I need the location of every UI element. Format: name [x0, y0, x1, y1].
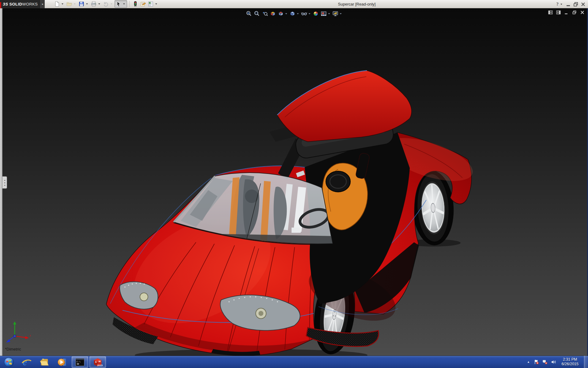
save-dropdown[interactable] — [86, 3, 88, 5]
undo-button — [102, 0, 114, 8]
minimize-app-button[interactable] — [565, 1, 571, 7]
comment-note-icon — [140, 1, 146, 7]
section-view-icon — [270, 10, 276, 17]
print-button[interactable] — [90, 0, 102, 8]
pane-left-icon — [548, 10, 553, 15]
solidworks-2015-taskbar-button[interactable]: SW2015 — [89, 356, 106, 368]
section-view-button[interactable] — [270, 10, 277, 17]
expand-panel-tab[interactable]: ◂ ◂ ◂ — [2, 176, 7, 189]
previous-view-button[interactable] — [262, 10, 269, 17]
select-cursor-icon — [115, 1, 122, 7]
print-dropdown[interactable] — [98, 3, 100, 5]
close-app-button[interactable] — [580, 1, 586, 7]
save-button[interactable] — [78, 0, 90, 8]
tray-icons — [533, 359, 556, 365]
help-dropdown[interactable] — [560, 4, 562, 5]
open-dropdown[interactable] — [74, 3, 76, 5]
help-button[interactable]: ? — [556, 2, 559, 7]
solidworks-logo: ЗSSOLIDWORKS — [0, 0, 40, 8]
apply-scene-button[interactable] — [320, 10, 331, 17]
document-window-controls — [548, 10, 585, 15]
stoplight-button[interactable] — [132, 0, 139, 8]
minimize-icon — [564, 10, 569, 15]
volume-tray-icon[interactable] — [551, 359, 556, 365]
svg-text:x: x — [29, 334, 31, 337]
display-style-icon — [289, 10, 296, 17]
media-player-taskbar-button[interactable] — [53, 356, 71, 368]
select-button[interactable] — [115, 0, 127, 8]
view-orientation-dropdown[interactable] — [285, 13, 287, 14]
internet-explorer-taskbar-button[interactable]: e — [18, 356, 36, 368]
headsup-view-toolbar — [244, 10, 345, 18]
svg-text:2015: 2015 — [97, 364, 103, 367]
close-icon — [580, 10, 585, 15]
edit-appearance-button[interactable] — [312, 10, 319, 17]
new-document-button[interactable] — [53, 0, 65, 8]
hide-show-items-button[interactable] — [301, 10, 311, 17]
close-document-button[interactable] — [580, 10, 585, 15]
open-folder-icon — [66, 1, 72, 7]
document-title: Supercar [Read-only] — [153, 2, 560, 6]
view-orientation-icon — [278, 10, 284, 17]
taskbar-clock[interactable]: 2:31 PM 6/26/2015 — [561, 357, 579, 366]
apply-scene-dropdown[interactable] — [328, 13, 330, 14]
supercar-model[interactable] — [0, 8, 588, 356]
logo-mark: ЗS — [3, 2, 8, 6]
svg-text:W: W — [99, 360, 101, 363]
collapse-pane-right-button[interactable] — [556, 10, 561, 15]
logo-text: ЗSSOLIDWORKS — [3, 2, 38, 6]
system-tray: ▲ 2:31 PM 6/26/2015 — [526, 356, 588, 368]
apply-scene-icon — [321, 10, 327, 17]
display-style-button[interactable] — [289, 10, 300, 17]
file-explorer-taskbar-button[interactable] — [36, 356, 53, 368]
print-icon — [91, 1, 97, 7]
titlebar-controls: ? — [556, 0, 586, 8]
appearance-ball-icon — [313, 10, 319, 17]
hide-show-items-dropdown[interactable] — [309, 13, 311, 14]
view-settings-button[interactable] — [332, 10, 343, 17]
start-taskbar-button[interactable] — [0, 356, 18, 368]
cmd-icon: C:\ — [75, 357, 85, 367]
restore-icon — [572, 10, 577, 15]
zoom-to-fit-button[interactable] — [246, 10, 253, 17]
checklist-icon — [148, 1, 154, 7]
taskbar-buttons: eC:\SW2015 — [0, 356, 107, 368]
display-style-dropdown[interactable] — [297, 13, 299, 14]
view-settings-dropdown[interactable] — [340, 13, 342, 14]
zoom-fit-icon — [246, 10, 252, 17]
titlebar: ЗSSOLIDWORKS ▸ Supercar [Read-only] ? — [0, 0, 588, 8]
clock-date: 6/26/2015 — [561, 362, 579, 366]
view-orientation-label: *Dimetric — [5, 347, 21, 351]
sw-icon: SW2015 — [92, 357, 103, 367]
previous-view-icon — [262, 10, 268, 17]
reference-triad: x — [4, 319, 34, 343]
svg-text:S: S — [95, 360, 97, 363]
new-document-icon — [54, 1, 60, 7]
action-center-tray-icon[interactable] — [533, 359, 539, 365]
zoom-area-icon — [254, 10, 260, 17]
command-prompt-taskbar-button[interactable]: C:\ — [72, 356, 88, 368]
wmp-icon — [57, 357, 67, 367]
graphics-area[interactable]: ◂ ◂ ◂ x *Dimetric — [0, 8, 588, 356]
zoom-to-area-button[interactable] — [254, 10, 261, 17]
restore-document-button[interactable] — [572, 10, 577, 15]
open-button — [66, 0, 77, 8]
explorer-icon — [39, 357, 50, 367]
show-desktop-button[interactable] — [584, 356, 588, 368]
menu-expand-arrow[interactable]: ▸ — [40, 0, 45, 8]
new-document-dropdown[interactable] — [62, 3, 63, 5]
network-status-tray-icon[interactable] — [542, 359, 548, 365]
undo-icon — [103, 1, 109, 7]
logo-red-strip — [0, 2, 1, 8]
start-orb-icon — [4, 357, 14, 367]
hidden-icons-button[interactable]: ▲ — [526, 360, 530, 363]
view-orientation-button[interactable] — [277, 10, 288, 17]
restore-app-button[interactable] — [573, 1, 579, 7]
comment-button[interactable] — [139, 0, 147, 8]
undo-dropdown[interactable] — [111, 3, 112, 5]
view-settings-icon — [332, 10, 339, 17]
collapse-pane-left-button[interactable] — [548, 10, 553, 15]
select-dropdown[interactable] — [123, 3, 125, 5]
svg-text:C:\: C:\ — [77, 360, 81, 363]
minimize-document-button[interactable] — [564, 10, 569, 15]
